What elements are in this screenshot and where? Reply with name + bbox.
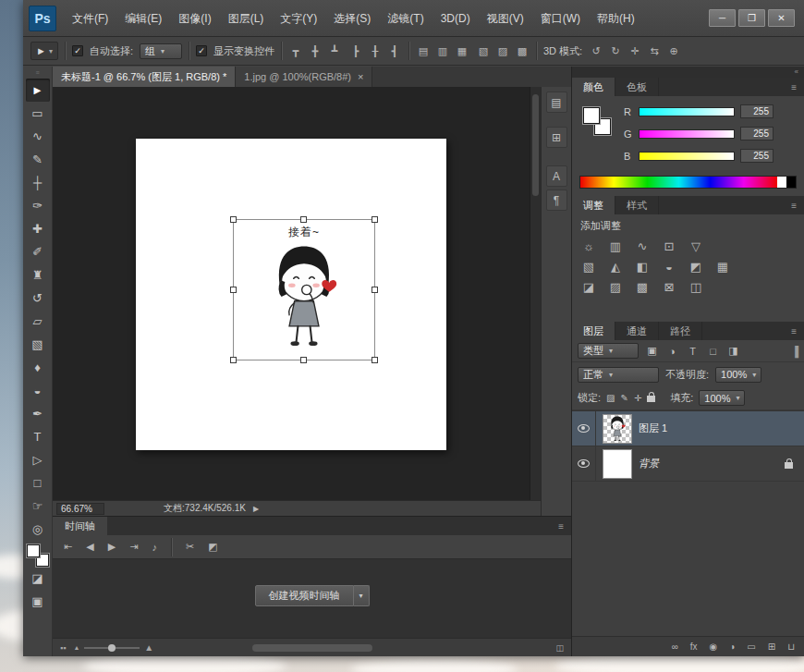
transform-handle[interactable] [230, 287, 237, 293]
transform-bounding-box[interactable]: 接着~ [233, 219, 375, 360]
lock-position-icon[interactable]: ✛ [634, 393, 641, 403]
color-spectrum-ramp[interactable] [579, 176, 797, 189]
gradient-tool[interactable]: ▧ [26, 333, 50, 356]
minimize-button[interactable]: ─ [709, 9, 736, 27]
transform-handle[interactable] [372, 287, 378, 293]
transform-handle[interactable] [230, 357, 237, 363]
document-tab-untitled[interactable]: 未标题-1 @ 66.7% (图层 1, RGB/8) * [53, 67, 236, 87]
frame-view-icon[interactable]: ▪▪ [60, 643, 66, 653]
menu-item-image[interactable]: 图像(I) [170, 1, 219, 36]
transform-handle[interactable] [372, 357, 378, 363]
create-video-timeline-button[interactable]: 创建视频时间轴 [254, 585, 353, 606]
layer-thumbnail[interactable] [603, 449, 632, 479]
layer-style-fx-icon[interactable]: fx [690, 641, 698, 652]
opacity-dropdown[interactable]: 100% [715, 367, 761, 383]
healing-brush-tool[interactable]: ✚ [26, 217, 50, 240]
align-icon[interactable]: ╂ [368, 45, 383, 57]
screen-mode-button[interactable]: ▣ [26, 590, 50, 613]
align-icon[interactable]: ╋ [308, 45, 323, 57]
green-value-field[interactable]: 255 [740, 127, 774, 141]
slider-track[interactable] [84, 647, 140, 649]
adjustment-icon[interactable]: ▩ [634, 280, 651, 294]
red-slider[interactable] [639, 107, 735, 116]
lock-image-icon[interactable]: ✎ [621, 393, 628, 403]
auto-select-checkbox[interactable] [72, 45, 83, 56]
eye-icon[interactable] [578, 424, 590, 433]
adjustment-icon[interactable]: ◧ [634, 260, 651, 274]
menu-item-view[interactable]: 视图(V) [479, 1, 532, 36]
filter-type-layers-icon[interactable]: T [686, 346, 700, 357]
3d-mode-icon[interactable]: ✛ [627, 45, 642, 57]
blur-tool[interactable]: ♦ [26, 356, 50, 379]
maximize-button[interactable]: ❐ [738, 9, 765, 27]
visibility-cell[interactable] [572, 411, 596, 446]
status-expand-icon[interactable]: ▶ [253, 505, 259, 513]
audio-mute-button[interactable]: ♪ [152, 542, 157, 553]
distribute-icon[interactable]: ▦ [455, 45, 469, 57]
align-icon[interactable]: ┻ [327, 45, 342, 57]
lock-transparency-icon[interactable]: ▨ [606, 393, 615, 403]
zoom-tool[interactable]: ◎ [26, 518, 50, 541]
layer-thumbnail[interactable] [603, 414, 632, 444]
create-timeline-dropdown[interactable]: ▾ [353, 585, 369, 606]
eraser-tool[interactable]: ▱ [26, 310, 50, 333]
blue-slider[interactable] [639, 152, 735, 161]
foreground-color-swatch[interactable] [27, 544, 40, 557]
distribute-icon[interactable]: ▨ [495, 45, 510, 57]
tool-preset-picker[interactable]: ► ▾ [30, 42, 58, 60]
align-icon[interactable]: ┣ [348, 45, 363, 57]
adjustment-icon[interactable]: ▥ [607, 239, 624, 253]
layer-group-icon[interactable]: ▭ [747, 641, 755, 652]
timeline-options-icon[interactable]: ◫ [555, 643, 564, 653]
adjustment-icon[interactable]: ▧ [580, 260, 597, 274]
panel-menu-icon[interactable]: ≡ [791, 196, 804, 214]
filter-smart-object-icon[interactable]: ◨ [726, 345, 740, 357]
adjustment-icon[interactable]: ◪ [580, 280, 597, 294]
blend-mode-dropdown[interactable]: 正常 [578, 367, 659, 383]
filter-toggle-switch[interactable]: ▐ [791, 346, 798, 357]
eyedropper-tool[interactable]: ✑ [26, 194, 50, 217]
menu-item-file[interactable]: 文件(F) [64, 1, 116, 36]
canvas-area[interactable]: 接着~ [53, 87, 541, 500]
history-brush-tool[interactable]: ↺ [26, 287, 50, 310]
document-canvas[interactable]: 接着~ [136, 139, 446, 450]
tab-swatches[interactable]: 色板 [615, 78, 659, 96]
fill-dropdown[interactable]: 100% [699, 390, 745, 406]
new-layer-icon[interactable]: ⊞ [768, 641, 775, 652]
collapse-dock-button[interactable]: « [572, 67, 804, 78]
hand-tool[interactable]: ☞ [26, 495, 50, 518]
path-selection-tool[interactable]: ▷ [26, 448, 50, 471]
type-tool[interactable]: T [26, 425, 50, 448]
panel-menu-icon[interactable]: ≡ [791, 78, 804, 96]
tab-timeline[interactable]: 时间轴 [53, 517, 107, 535]
show-transform-checkbox[interactable] [196, 45, 207, 56]
distribute-icon[interactable]: ▤ [416, 45, 431, 57]
menu-item-window[interactable]: 窗口(W) [532, 1, 589, 36]
adjustment-icon[interactable]: ⊠ [661, 280, 677, 294]
previous-frame-button[interactable]: ◀ [86, 541, 93, 553]
3d-mode-icon[interactable]: ⇆ [647, 45, 662, 57]
layer-name[interactable]: 背景 [639, 457, 659, 470]
play-button[interactable]: ▶ [108, 541, 116, 553]
move-tool[interactable]: ► [26, 79, 50, 102]
paragraph-panel-button[interactable]: ¶ [546, 189, 567, 211]
dodge-tool[interactable]: ◒ [26, 379, 50, 402]
auto-select-dropdown[interactable]: 组 [140, 43, 182, 59]
layer-name[interactable]: 图层 1 [639, 422, 667, 435]
filter-adjustment-layers-icon[interactable]: ◑ [665, 346, 679, 357]
layer-row-1[interactable]: 图层 1 [572, 411, 804, 446]
character-panel-button[interactable]: A [546, 165, 567, 187]
adjustment-layer-icon[interactable]: ◑ [729, 641, 735, 652]
panel-menu-icon[interactable]: ≡ [791, 322, 804, 340]
shape-tool[interactable]: □ [26, 471, 50, 495]
adjustment-icon[interactable]: ▨ [607, 280, 624, 294]
timeline-horizontal-scrollbar[interactable] [252, 644, 372, 652]
tab-layers[interactable]: 图层 [572, 322, 615, 340]
filter-shape-layers-icon[interactable]: □ [706, 346, 720, 357]
properties-panel-button[interactable]: ⊞ [546, 127, 567, 148]
tab-color[interactable]: 颜色 [572, 78, 615, 96]
tab-adjustments[interactable]: 调整 [572, 196, 615, 214]
adjustment-icon[interactable]: ☼ [580, 239, 597, 253]
adjustment-icon[interactable]: ◒ [661, 260, 677, 274]
transform-handle[interactable] [230, 216, 237, 223]
